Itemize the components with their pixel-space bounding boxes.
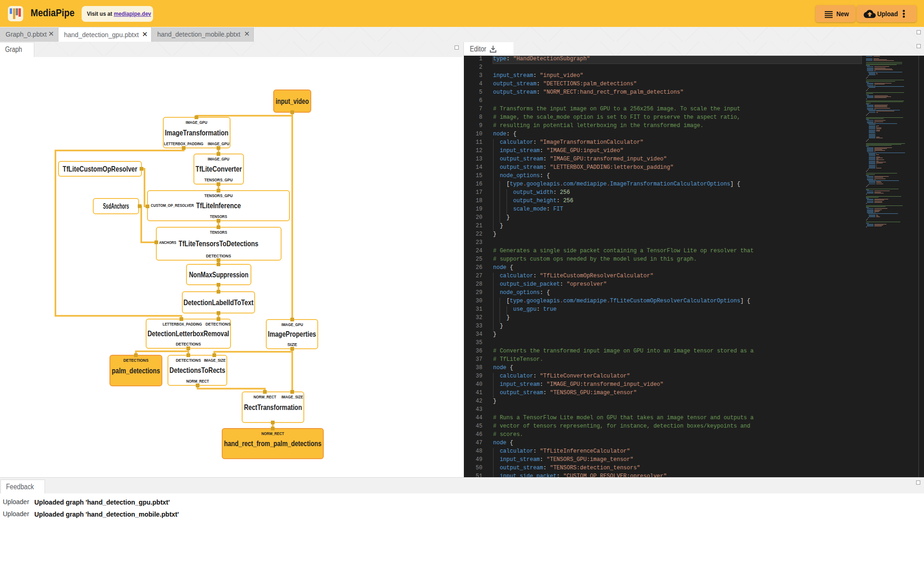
svg-text:IMAGE_GPU: IMAGE_GPU [282,322,303,327]
svg-text:NORM_RECT: NORM_RECT [186,378,209,384]
svg-text:DETECTIONS: DETECTIONS [206,253,231,258]
svg-text:palm_detections: palm_detections [112,366,160,375]
svg-text:TENSORS_GPU: TENSORS_GPU [205,193,233,198]
svg-text:DETECTIONS: DETECTIONS [123,358,148,363]
svg-text:DETECTIONS: DETECTIONS [205,321,231,326]
svg-text:NonMaxSuppression: NonMaxSuppression [189,270,249,279]
svg-text:ImageProperties: ImageProperties [268,330,316,339]
svg-text:DETECTIONS: DETECTIONS [176,341,201,346]
svg-text:RectTransformation: RectTransformation [244,403,302,412]
svg-text:TfLiteCustomOpResolver: TfLiteCustomOpResolver [63,165,137,173]
svg-text:DETECTIONS: DETECTIONS [176,358,201,363]
svg-text:IMAGE_GPU: IMAGE_GPU [208,156,230,161]
svg-text:ANCHORS: ANCHORS [159,240,176,245]
svg-text:input_video: input_video [276,97,309,106]
svg-text:IMAGE_SIZE: IMAGE_SIZE [282,394,303,399]
svg-text:NORM_RECT: NORM_RECT [254,394,276,399]
svg-text:TfLiteTensorsToDetections: TfLiteTensorsToDetections [179,239,258,248]
svg-text:IMAGE_GPU: IMAGE_GPU [186,120,207,125]
svg-text:CUSTOM_OP_RESOLVER: CUSTOM_OP_RESOLVER [151,203,194,208]
svg-text:TENSORS: TENSORS [210,230,227,235]
svg-text:NORM_RECT: NORM_RECT [262,431,284,436]
svg-text:ImageTransformation: ImageTransformation [165,128,229,137]
svg-text:hand_rect_from_palm_detections: hand_rect_from_palm_detections [224,439,321,448]
svg-text:LETTERBOX_PADDING: LETTERBOX_PADDING [163,321,202,326]
svg-text:SIZE: SIZE [288,342,297,347]
svg-text:IMAGE_GPU: IMAGE_GPU [208,141,230,146]
svg-text:LETTERBOX_PADDING: LETTERBOX_PADDING [164,141,204,146]
svg-text:TfLiteInference: TfLiteInference [196,201,241,210]
svg-text:DetectionLabelIdToText: DetectionLabelIdToText [184,298,254,307]
svg-text:DetectionsToRects: DetectionsToRects [169,366,225,375]
svg-text:IMAGE_SIZE: IMAGE_SIZE [204,358,226,363]
svg-text:TENSORS_GPU: TENSORS_GPU [205,177,233,182]
svg-text:DetectionLetterboxRemoval: DetectionLetterboxRemoval [148,329,229,338]
svg-text:TfLiteConverter: TfLiteConverter [196,165,242,173]
svg-text:SsdAnchors: SsdAnchors [103,202,129,211]
svg-text:TENSORS: TENSORS [210,214,227,219]
